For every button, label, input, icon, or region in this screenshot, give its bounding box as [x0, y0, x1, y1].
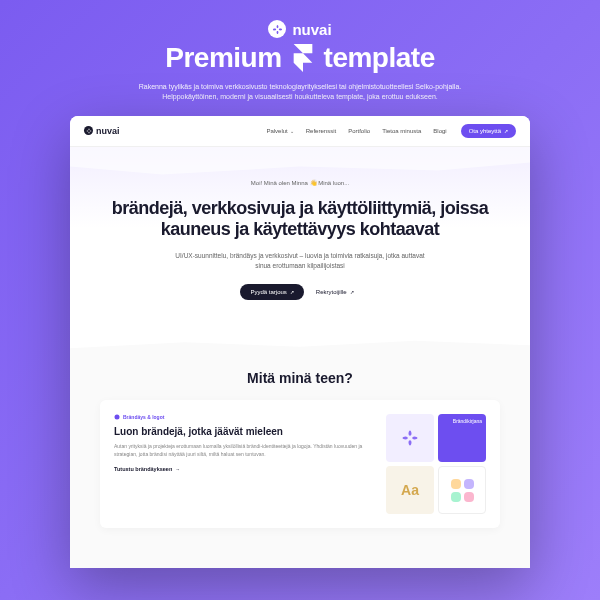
- nav-menu: Palvelut⌄ Referenssit Portfolio Tietoa m…: [266, 128, 446, 134]
- nav-item-palvelut[interactable]: Palvelut⌄: [266, 128, 293, 134]
- nav-logo[interactable]: nuvai: [84, 126, 120, 136]
- card-title: Luon brändejä, jotka jäävät mieleen: [114, 426, 370, 437]
- hero-heading: brändejä, verkkosivuja ja käyttöliittymi…: [100, 198, 500, 241]
- card-link[interactable]: Tutustu brändäykseen →: [114, 466, 370, 472]
- svg-point-0: [115, 415, 120, 420]
- preview-tile-typography: Aa: [386, 466, 434, 514]
- nav-item-tietoa[interactable]: Tietoa minusta: [382, 128, 421, 134]
- primary-button[interactable]: Pyydä tarjous ↗: [240, 284, 303, 300]
- arrow-icon: →: [175, 466, 180, 472]
- arrow-icon: ↗: [290, 289, 294, 295]
- chevron-down-icon: ⌄: [290, 128, 294, 134]
- arrow-icon: ↗: [350, 289, 354, 295]
- nav-bar: nuvai Palvelut⌄ Referenssit Portfolio Ti…: [70, 116, 530, 147]
- brand-name: nuvai: [292, 21, 331, 38]
- title-right: template: [324, 42, 435, 74]
- website-mockup: nuvai Palvelut⌄ Referenssit Portfolio Ti…: [70, 116, 530, 569]
- nav-logo-text: nuvai: [96, 126, 120, 136]
- services-section: Mitä minä teen? Brändäys & logot Luon br…: [70, 350, 530, 568]
- arrow-icon: ↗: [504, 128, 508, 134]
- hero-sub: UI/UX-suunnittelu, brändäys ja verkkosiv…: [170, 251, 430, 271]
- preview-tile-brandbook: Brändikirjana: [438, 414, 486, 462]
- service-card: Brändäys & logot Luon brändejä, jotka jä…: [100, 400, 500, 528]
- nav-item-referenssit[interactable]: Referenssit: [306, 128, 336, 134]
- wave-icon: 👋: [310, 180, 317, 186]
- card-desc: Autan yrityksiä ja projekteja erottumaan…: [114, 443, 370, 458]
- subtitle: Rakenna tyylikäs ja toimiva verkkosivust…: [110, 82, 490, 102]
- title-left: Premium: [165, 42, 281, 74]
- preview-tile-colors: [438, 466, 486, 514]
- nav-item-blogi[interactable]: Blogi: [433, 128, 446, 134]
- section-title: Mitä minä teen?: [100, 370, 500, 386]
- card-preview-grid: Brändikirjana Aa: [386, 414, 486, 514]
- nav-cta-button[interactable]: Ota yhteyttä ↗: [461, 124, 516, 138]
- page-title: Premium template: [165, 42, 434, 74]
- nav-item-portfolio[interactable]: Portfolio: [348, 128, 370, 134]
- card-tag: Brändäys & logot: [114, 414, 370, 420]
- hero-section: Moi! Minä olen Minna 👋 Minä luon... brän…: [70, 147, 530, 351]
- hero-buttons: Pyydä tarjous ↗ Rekrytoijille ↗: [100, 284, 500, 300]
- preview-tile-logo: [386, 414, 434, 462]
- hero-greeting: Moi! Minä olen Minna 👋 Minä luon...: [100, 179, 500, 186]
- framer-icon: [292, 44, 314, 72]
- flower-icon: [268, 20, 286, 38]
- flower-icon: [84, 126, 93, 135]
- palette-icon: [114, 414, 120, 420]
- secondary-button[interactable]: Rekrytoijille ↗: [310, 284, 360, 300]
- brand-logo: nuvai: [268, 20, 331, 38]
